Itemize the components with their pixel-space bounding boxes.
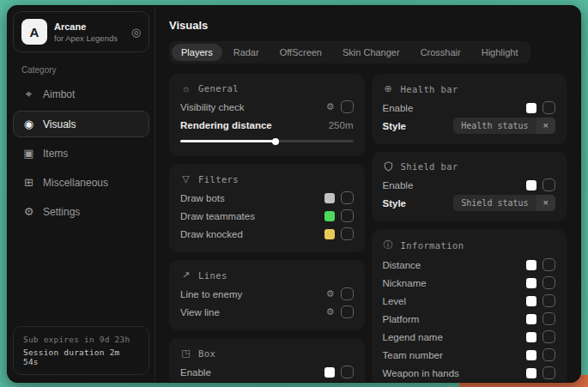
- setting-label: Visibility check: [180, 102, 245, 112]
- slider-thumb[interactable]: [272, 138, 279, 145]
- checkbox-weapon-in-hands[interactable]: [543, 366, 555, 379]
- target-icon[interactable]: ◎: [131, 27, 141, 38]
- setting-label: Draw knocked: [180, 229, 243, 239]
- slider-rendering-distance[interactable]: [180, 137, 354, 145]
- color-swatch[interactable]: [324, 229, 335, 239]
- checkbox-platform[interactable]: [543, 312, 555, 325]
- line-icon: ↗: [180, 269, 191, 281]
- gear-icon[interactable]: ⚙: [326, 307, 335, 317]
- sidebar-item-label: Aimbot: [43, 88, 75, 100]
- checkbox-enable[interactable]: [543, 101, 555, 114]
- sidebar-header: A Arcane for Apex Legends ◎: [13, 11, 149, 52]
- color-swatch[interactable]: [526, 368, 536, 378]
- row-enable-background: Enable background: [180, 381, 354, 383]
- close-icon[interactable]: ×: [536, 118, 555, 134]
- color-swatch[interactable]: [526, 314, 536, 324]
- color-swatch[interactable]: [324, 211, 335, 221]
- checkbox-enable[interactable]: [543, 178, 555, 191]
- row-controls: [324, 366, 354, 378]
- tab-bar: PlayersRadarOffScreenSkin ChangerCrossha…: [169, 41, 530, 63]
- checkbox-line-to-enemy[interactable]: [341, 287, 354, 300]
- tab-radar[interactable]: Radar: [224, 44, 269, 61]
- row-controls: [526, 366, 555, 379]
- color-swatch[interactable]: [526, 103, 536, 113]
- row-controls: ⚙: [326, 305, 354, 318]
- category-label: Category: [21, 65, 141, 75]
- style-select-shield-status[interactable]: Shield status×: [453, 195, 555, 211]
- gear-icon[interactable]: ⚙: [326, 102, 335, 112]
- setting-label: Legend name: [383, 332, 443, 342]
- tab-offscreen[interactable]: OffScreen: [270, 44, 331, 61]
- color-swatch[interactable]: [324, 367, 335, 378]
- row-controls: [526, 330, 555, 343]
- sidebar-item-visuals[interactable]: ◉Visuals: [13, 111, 149, 137]
- slider-track[interactable]: [180, 140, 354, 142]
- checkbox-level[interactable]: [543, 294, 555, 307]
- setting-label: Platform: [383, 314, 420, 324]
- checkbox-enable[interactable]: [341, 366, 354, 378]
- sidebar: A Arcane for Apex Legends ◎ Category ⌖Ai…: [8, 6, 155, 382]
- card-filters: ▽FiltersDraw botsDraw teammatesDraw knoc…: [169, 164, 365, 252]
- setting-label: View line: [180, 307, 220, 317]
- chip-label: Health status: [453, 118, 536, 134]
- checkbox-team-number[interactable]: [543, 348, 555, 361]
- row-draw-bots: Draw bots: [180, 189, 354, 207]
- row-level: Level: [383, 292, 556, 310]
- row-controls: ⚙: [326, 100, 354, 113]
- tab-players[interactable]: Players: [172, 44, 222, 61]
- checkbox-draw-knocked[interactable]: [341, 227, 354, 240]
- left-column: ☼GeneralVisibility check⚙Rendering dista…: [169, 74, 365, 382]
- app-logo: A: [21, 19, 47, 45]
- app-titles: Arcane for Apex Legends: [54, 21, 118, 43]
- checkbox-legend-name[interactable]: [543, 330, 555, 343]
- box-icon: ◳: [180, 348, 191, 359]
- color-swatch[interactable]: [526, 260, 536, 270]
- checkbox-view-line[interactable]: [341, 305, 354, 318]
- chip-label: Shield status: [453, 195, 536, 211]
- row-controls: Health status×: [453, 118, 555, 134]
- sun-icon: ☼: [180, 83, 191, 94]
- row-controls: [526, 178, 555, 191]
- card-title: Health bar: [401, 84, 458, 94]
- checkbox-draw-teammates[interactable]: [341, 209, 354, 222]
- card-title: Filters: [198, 174, 239, 184]
- color-swatch[interactable]: [526, 332, 536, 342]
- setting-label: Enable: [383, 180, 414, 190]
- setting-label: Rendering distance: [180, 120, 272, 130]
- setting-label: Team number: [383, 350, 443, 360]
- card-header: ⊕Health bar: [383, 83, 556, 94]
- sidebar-item-settings[interactable]: ⚙Settings: [13, 198, 149, 225]
- color-swatch[interactable]: [324, 193, 335, 203]
- settings-icon: ⚙: [22, 205, 35, 218]
- gear-icon[interactable]: ⚙: [326, 289, 335, 299]
- tab-crosshair[interactable]: Crosshair: [411, 44, 470, 61]
- row-enable: Enable: [180, 363, 354, 381]
- card-header: ↗Lines: [180, 269, 354, 281]
- checkbox-distance[interactable]: [543, 258, 555, 271]
- checkbox-visibility-check[interactable]: [341, 100, 354, 113]
- color-swatch[interactable]: [526, 278, 536, 288]
- color-swatch[interactable]: [526, 296, 536, 306]
- color-swatch[interactable]: [526, 180, 536, 190]
- setting-label: Style: [383, 121, 407, 131]
- row-team-number: Team number: [383, 346, 556, 364]
- sidebar-item-aimbot[interactable]: ⌖Aimbot: [13, 81, 149, 108]
- sidebar-item-items[interactable]: ▣Items: [13, 140, 149, 166]
- row-style: StyleHealth status×: [383, 117, 556, 135]
- checkbox-draw-bots[interactable]: [341, 191, 354, 204]
- tab-highlight[interactable]: Highlight: [472, 44, 528, 61]
- card-information: ⓘInformationDistanceNicknameLevelPlatfor…: [372, 229, 567, 383]
- setting-label: Draw bots: [180, 193, 225, 203]
- color-swatch[interactable]: [526, 350, 536, 360]
- card-title: Shield bar: [401, 161, 458, 172]
- checkbox-nickname[interactable]: [543, 276, 555, 289]
- close-icon[interactable]: ×: [536, 195, 555, 211]
- tab-skin-changer[interactable]: Skin Changer: [333, 44, 409, 61]
- style-select-health-status[interactable]: Health status×: [453, 118, 555, 134]
- row-controls: [526, 276, 555, 289]
- row-controls: [324, 227, 354, 240]
- setting-label: Weapon in hands: [383, 368, 459, 378]
- row-controls: [526, 294, 555, 307]
- card-title: Lines: [198, 270, 227, 281]
- sidebar-item-miscellaneous[interactable]: ⊞Miscellaneous: [13, 169, 149, 196]
